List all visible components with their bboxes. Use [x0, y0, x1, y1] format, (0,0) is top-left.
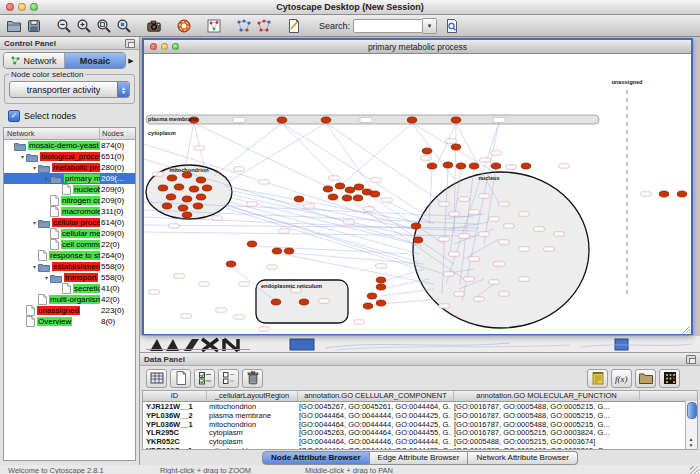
network-edge[interactable]	[289, 253, 424, 264]
network-node[interactable]	[407, 117, 417, 123]
zoom-button[interactable]	[30, 3, 38, 11]
snapshot-icon[interactable]	[145, 17, 163, 35]
network-node[interactable]	[451, 144, 461, 150]
tree-row-cellular-process[interactable]: ▾cellular process614(0)	[4, 217, 135, 228]
frame-close-button[interactable]	[150, 43, 157, 50]
layout-blue-icon[interactable]	[235, 17, 253, 35]
network-edge[interactable]	[214, 123, 282, 176]
layout-red-icon[interactable]	[255, 17, 273, 35]
network-node[interactable]	[370, 191, 380, 197]
network-node[interactable]	[328, 194, 338, 200]
column-header-0[interactable]: ID	[143, 391, 207, 401]
tab-network[interactable]: Network	[4, 53, 65, 68]
unselect-attributes-icon[interactable]	[218, 369, 239, 388]
zoom-fit-icon[interactable]	[95, 17, 113, 35]
network-node[interactable]	[451, 117, 461, 123]
tree-row-macromolecule[interactable]: macromolecule311(0)	[4, 206, 135, 217]
canvas-resize-grip[interactable]	[683, 326, 690, 333]
table-row[interactable]: YJR121W__1mitochondrion[GO:0045267, GO:0…	[143, 402, 697, 411]
tab-edge-attribute-browser[interactable]: Edge Attribute Browser	[370, 451, 469, 465]
network-view-frame[interactable]: primary metabolic process plasma membran…	[142, 38, 693, 335]
network-node[interactable]	[521, 163, 531, 169]
network-node[interactable]	[189, 186, 199, 192]
column-header-1[interactable]: _cellularLayoutRegion	[207, 391, 298, 401]
network-node[interactable]	[376, 300, 386, 306]
tree-row-metabolic-process[interactable]: ▾metabolic process280(0)	[4, 162, 135, 173]
tree-row-secretion[interactable]: secretion41(0)	[4, 283, 135, 294]
network-edge[interactable]	[326, 123, 444, 204]
node-color-dropdown[interactable]: transporter activity ▲▼	[9, 81, 130, 98]
expand-arrow-icon[interactable]: ▾	[31, 164, 38, 171]
function-builder-icon[interactable]: f(x)	[611, 369, 632, 388]
table-row[interactable]: YPL036W__1mitochondrion[GO:0044464, GO:0…	[143, 420, 697, 429]
network-node[interactable]	[162, 203, 172, 209]
network-node[interactable]	[353, 195, 363, 201]
network-node[interactable]	[247, 241, 257, 247]
tree-row-cellular-metabol[interactable]: cellular metabol209(0)	[4, 228, 135, 239]
network-node[interactable]	[299, 299, 309, 305]
network-node[interactable]	[272, 248, 282, 254]
minimize-button[interactable]	[18, 3, 26, 11]
annotation-icon[interactable]	[285, 17, 303, 35]
notes-icon[interactable]	[587, 369, 608, 388]
network-node[interactable]	[182, 196, 192, 202]
network-node[interactable]	[443, 162, 453, 168]
search-dropdown-button[interactable]: ▼	[423, 18, 437, 34]
table-scrollbar[interactable]: ▲▼	[685, 401, 697, 449]
tree-row-response-to-stimulu[interactable]: response to stimulu264(0)	[4, 250, 135, 261]
network-node[interactable]	[491, 163, 501, 169]
scrollbar-thumb[interactable]	[687, 402, 697, 419]
network-node[interactable]	[422, 148, 432, 154]
network-edge[interactable]	[381, 299, 439, 304]
network-node[interactable]	[469, 163, 479, 169]
expand-arrow-icon[interactable]: ▾	[31, 219, 38, 226]
tree-row-establishment-of-lo[interactable]: ▾establishment of lo558(0)	[4, 261, 135, 272]
network-node[interactable]	[202, 185, 212, 191]
network-node[interactable]	[376, 277, 386, 283]
network-node[interactable]	[294, 196, 304, 202]
network-node[interactable]	[363, 303, 373, 309]
network-node[interactable]	[166, 194, 176, 200]
network-node[interactable]	[178, 205, 188, 211]
tree-row-mosaic-demo-yeast[interactable]: mosaic-demo-yeast874(0)	[4, 140, 135, 151]
network-node[interactable]	[158, 185, 168, 191]
column-header-2[interactable]: annotation.GO CELLULAR_COMPONENT	[298, 391, 454, 401]
tab-node-attribute-browser[interactable]: Node Attribute Browser	[262, 451, 370, 465]
network-node[interactable]	[193, 203, 203, 209]
network-canvas[interactable]: plasma membranecytoplasmmitochondrionnuc…	[144, 54, 691, 334]
float-panel-icon[interactable]	[125, 39, 135, 48]
scrollbar-arrows[interactable]: ▲▼	[686, 436, 696, 448]
tree-row-transport[interactable]: ▾transport558(0)	[4, 272, 135, 283]
attribute-matrix-icon[interactable]	[659, 369, 680, 388]
network-node[interactable]	[413, 237, 423, 243]
network-node[interactable]	[174, 184, 184, 190]
select-attributes-icon[interactable]	[194, 369, 215, 388]
network-node[interactable]	[167, 175, 177, 181]
search-input[interactable]	[353, 19, 423, 33]
frame-zoom-button[interactable]	[172, 43, 179, 50]
network-node[interactable]	[196, 177, 206, 183]
network-overview-icon[interactable]	[205, 17, 223, 35]
attribute-table-icon[interactable]	[146, 369, 167, 388]
tree-row-overview[interactable]: Overview8(0)	[4, 316, 135, 327]
tree-row-primary-metabol[interactable]: ▾primary metabol209(...	[4, 173, 135, 184]
network-node[interactable]	[226, 261, 236, 267]
network-node[interactable]	[354, 184, 364, 190]
network-edge[interactable]	[339, 123, 412, 187]
expand-arrow-icon[interactable]: ▾	[43, 175, 50, 182]
frame-minimize-button[interactable]	[161, 43, 168, 50]
network-node[interactable]	[427, 163, 437, 169]
network-edge[interactable]	[326, 123, 374, 192]
tab-network-attribute-browser[interactable]: Network Attribute Browser	[468, 451, 577, 465]
region-plasma-membrane[interactable]	[146, 115, 599, 124]
zoom-selected-icon[interactable]	[115, 17, 133, 35]
float-data-panel-icon[interactable]	[686, 355, 696, 364]
table-row[interactable]: YDR039C__1mitochondrion[GO:0044464, GO:0…	[143, 446, 697, 450]
import-attributes-icon[interactable]	[635, 369, 656, 388]
tree-row-nitrogen-compou[interactable]: nitrogen compou209(0)	[4, 195, 135, 206]
network-node[interactable]	[456, 163, 466, 169]
new-attribute-icon[interactable]	[170, 369, 191, 388]
network-node[interactable]	[376, 284, 386, 290]
tab-mosaic[interactable]: Mosaic	[65, 53, 125, 68]
close-button[interactable]	[6, 3, 14, 11]
